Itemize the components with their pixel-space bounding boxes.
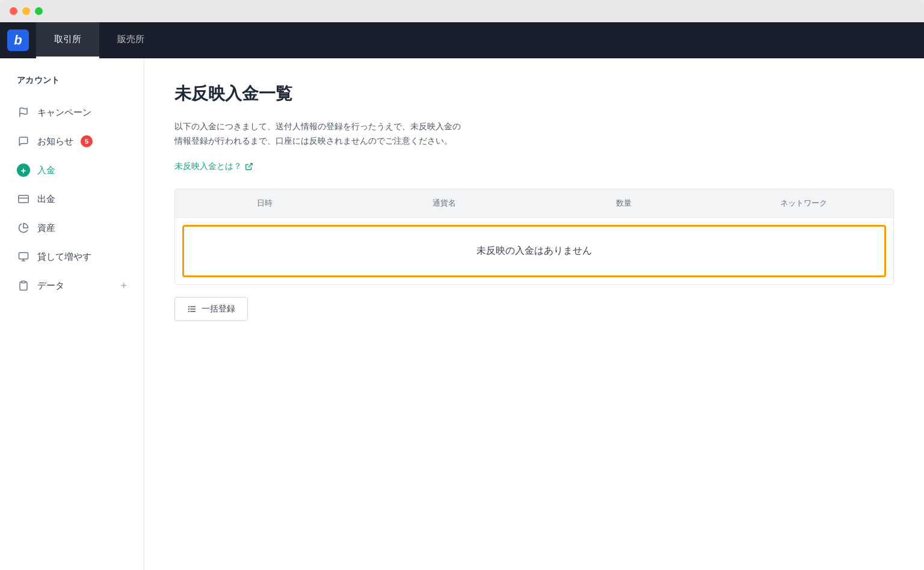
table-header: 日時 通貨名 数量 ネットワーク (175, 189, 893, 218)
main-layout: アカウント キャンペーン お知らせ 5 + 入 (0, 58, 924, 570)
sidebar-section-title: アカウント (0, 75, 144, 98)
svg-rect-1 (19, 195, 29, 203)
sidebar-label-lending: 貸して増やす (37, 251, 91, 263)
plus-circle-icon: + (17, 164, 30, 177)
deposit-table: 日時 通貨名 数量 ネットワーク 未反映の入金はありません (174, 189, 894, 285)
maximize-button[interactable] (35, 7, 43, 15)
sidebar-item-data[interactable]: データ + (0, 271, 144, 300)
data-expand-icon[interactable]: + (120, 280, 127, 292)
sidebar-label-assets: 資産 (37, 222, 55, 234)
sidebar-item-campaign[interactable]: キャンペーン (0, 98, 144, 127)
pie-icon (17, 221, 30, 234)
table-empty-message: 未反映の入金はありません (182, 225, 886, 277)
page-title: 未反映入金一覧 (174, 82, 894, 105)
sidebar-label-deposit: 入金 (37, 165, 55, 176)
window-chrome (0, 0, 924, 22)
main-content: 未反映入金一覧 以下の入金につきまして、送付人情報の登録を行ったうえで、未反映入… (144, 58, 924, 570)
table-header-datetime: 日時 (175, 189, 355, 217)
info-link[interactable]: 未反映入金とは？ (174, 161, 253, 172)
top-nav: b 取引所 販売所 (0, 22, 924, 58)
description-text: 以下の入金につきまして、送付人情報の登録を行ったうえで、未反映入金の 情報登録が… (174, 120, 894, 149)
svg-rect-3 (19, 253, 28, 259)
app-container: b 取引所 販売所 アカウント キャンペーン (0, 22, 924, 570)
clipboard-icon (17, 279, 30, 292)
nav-tab-store[interactable]: 販売所 (99, 22, 162, 58)
sidebar-item-news[interactable]: お知らせ 5 (0, 127, 144, 156)
logo-icon: b (7, 29, 29, 51)
sidebar-item-withdrawal[interactable]: 出金 (0, 185, 144, 213)
table-header-network: ネットワーク (714, 189, 894, 217)
svg-line-7 (248, 163, 252, 167)
nav-tab-exchange[interactable]: 取引所 (36, 22, 99, 58)
wallet-icon (17, 192, 30, 206)
nav-tabs: 取引所 販売所 (36, 22, 162, 58)
monitor-icon (17, 250, 30, 263)
sidebar-label-withdrawal: 出金 (37, 194, 55, 205)
sidebar-item-assets[interactable]: 資産 (0, 213, 144, 242)
sidebar-item-lending[interactable]: 貸して増やす (0, 242, 144, 271)
table-body: 未反映の入金はありません (175, 218, 893, 284)
nav-logo[interactable]: b (0, 22, 36, 58)
sidebar: アカウント キャンペーン お知らせ 5 + 入 (0, 58, 144, 570)
sidebar-label-data: データ (37, 280, 64, 292)
sidebar-label-campaign: キャンペーン (37, 107, 91, 118)
table-header-currency: 通貨名 (355, 189, 535, 217)
chat-icon (17, 135, 30, 148)
sidebar-label-news: お知らせ (37, 136, 73, 147)
svg-rect-6 (22, 281, 25, 283)
external-link-icon (245, 162, 253, 171)
list-check-icon (187, 304, 197, 314)
bulk-register-button[interactable]: 一括登録 (174, 297, 248, 321)
minimize-button[interactable] (22, 7, 30, 15)
flag-icon (17, 106, 30, 119)
news-badge: 5 (81, 135, 93, 147)
sidebar-item-deposit[interactable]: + 入金 (0, 156, 144, 185)
close-button[interactable] (10, 7, 17, 15)
table-header-amount: 数量 (534, 189, 714, 217)
